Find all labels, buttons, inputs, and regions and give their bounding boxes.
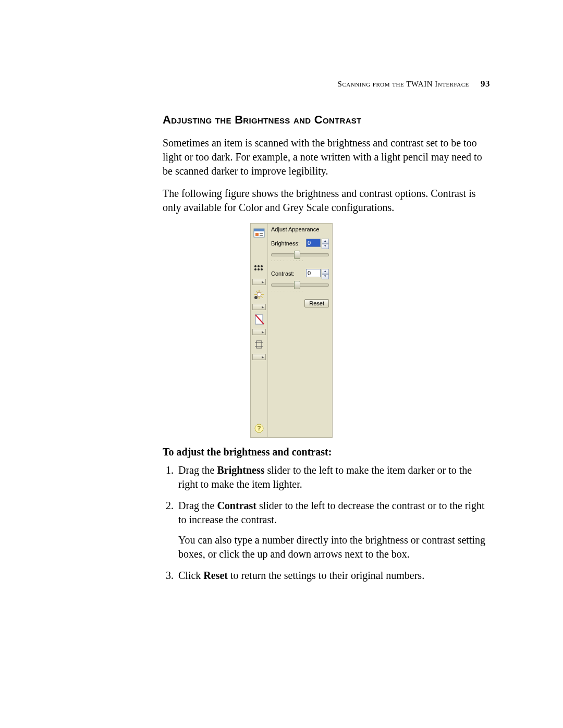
procedure-heading: To adjust the brightness and contrast: bbox=[163, 445, 490, 459]
document-page: Scanning from the TWAIN Interface 93 Adj… bbox=[0, 0, 563, 728]
brightness-spinner[interactable]: ▴▾ bbox=[322, 239, 329, 249]
contrast-input[interactable] bbox=[306, 269, 321, 277]
svg-point-15 bbox=[257, 292, 261, 297]
reset-button[interactable]: Reset bbox=[304, 299, 329, 307]
crop-expand-icon[interactable]: ▸ bbox=[252, 354, 266, 360]
svg-point-16 bbox=[254, 296, 258, 299]
svg-point-9 bbox=[258, 268, 260, 270]
svg-point-10 bbox=[261, 268, 263, 270]
running-header: Scanning from the TWAIN Interface 93 bbox=[338, 78, 490, 90]
step-3: Click Reset to return the settings to th… bbox=[176, 569, 490, 583]
contrast-label: Contrast: bbox=[271, 270, 295, 278]
page-tab-icon[interactable] bbox=[252, 312, 266, 327]
contrast-input-wrap: ▴▾ bbox=[306, 269, 329, 279]
chapter-title: Scanning from the TWAIN Interface bbox=[338, 80, 469, 88]
resolution-expand-icon[interactable]: ▸ bbox=[252, 279, 266, 285]
svg-rect-2 bbox=[255, 233, 259, 236]
step-1: Drag the Brightness slider to the left t… bbox=[176, 463, 490, 491]
appearance-tab-icon[interactable] bbox=[252, 226, 266, 240]
page-number: 93 bbox=[481, 79, 490, 89]
help-icon[interactable]: ? bbox=[253, 423, 265, 434]
contrast-group: Contrast: ▴▾ ··········· bbox=[271, 269, 329, 294]
figure-adjust-appearance: ▸ ▸ ▸ ▸ ? Adjust Appea bbox=[250, 223, 490, 438]
contrast-slider[interactable]: ··········· bbox=[271, 281, 329, 294]
panel-body: Adjust Appearance Brightness: ▴▾ ·······… bbox=[268, 224, 332, 437]
twain-panel: ▸ ▸ ▸ ▸ ? Adjust Appea bbox=[250, 223, 333, 438]
panel-heading: Adjust Appearance bbox=[271, 226, 329, 233]
svg-point-7 bbox=[261, 265, 263, 267]
resolution-tab-icon[interactable] bbox=[252, 262, 266, 277]
svg-point-6 bbox=[258, 265, 260, 267]
svg-point-8 bbox=[254, 268, 256, 270]
contrast-spinner[interactable]: ▴▾ bbox=[322, 269, 329, 279]
brightness-group: Brightness: ▴▾ ··········· bbox=[271, 239, 329, 264]
brightness-input-wrap: ▴▾ bbox=[306, 239, 329, 249]
svg-rect-18 bbox=[256, 341, 262, 348]
color-expand-icon[interactable]: ▸ bbox=[252, 304, 266, 310]
section-heading: Adjusting the Brightness and Contrast bbox=[163, 112, 490, 128]
svg-point-5 bbox=[254, 265, 256, 267]
brightness-input[interactable] bbox=[306, 239, 321, 247]
brightness-slider[interactable]: ··········· bbox=[271, 251, 329, 264]
svg-rect-4 bbox=[260, 235, 263, 236]
svg-text:?: ? bbox=[257, 425, 261, 432]
procedure-list: Drag the Brightness slider to the left t… bbox=[163, 463, 490, 583]
crop-tab-icon[interactable] bbox=[252, 337, 266, 352]
intro-paragraph-1: Sometimes an item is scanned with the br… bbox=[163, 136, 490, 178]
svg-rect-1 bbox=[254, 229, 264, 231]
svg-rect-3 bbox=[260, 233, 263, 234]
step-2: Drag the Contrast slider to the left to … bbox=[176, 499, 490, 561]
page-expand-icon[interactable]: ▸ bbox=[252, 329, 266, 335]
intro-paragraph-2: The following figure shows the brightnes… bbox=[163, 187, 490, 215]
brightness-label: Brightness: bbox=[271, 240, 300, 248]
panel-toolstrip: ▸ ▸ ▸ ▸ ? bbox=[251, 224, 268, 437]
color-tab-icon[interactable] bbox=[252, 287, 266, 302]
step-2-note: You can also type a number directly into… bbox=[178, 533, 490, 561]
